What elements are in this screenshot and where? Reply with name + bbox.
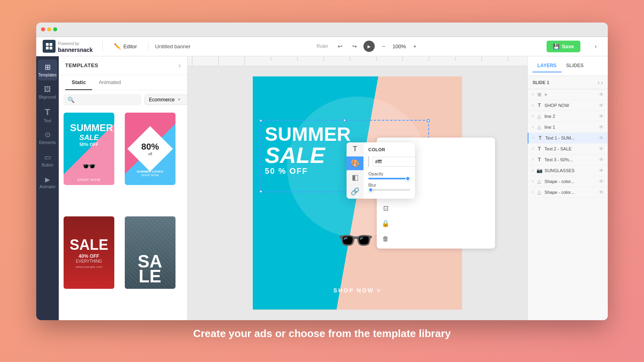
layer-item-9[interactable]: ≡ △ Shape - color... 👁 <box>528 176 608 187</box>
banner-text-summer[interactable]: SUMMER <box>265 125 351 144</box>
layer-eye-8[interactable]: 👁 <box>599 168 604 173</box>
layer-name-10: Shape - color... <box>545 190 597 195</box>
layers-list: ≡ ⊞ > 👁 ≡ T SHOP NOW 👁 ≡ △ line <box>528 89 608 320</box>
search-wrap[interactable]: 🔍 <box>64 94 141 105</box>
template-card-1[interactable]: SUMMER SALE 50% OFF 🕶️ SHOP NOW <box>64 113 114 185</box>
tab-layers[interactable]: LAYERS <box>533 60 561 72</box>
maximize-dot[interactable] <box>53 27 57 31</box>
delete-tool-button[interactable]: 🗑 <box>378 232 393 246</box>
slide-label: SLIDE 1 <box>533 80 549 85</box>
tab-static[interactable]: Static <box>65 75 92 90</box>
sidebar-item-elements[interactable]: ⊙ Elements <box>38 127 57 148</box>
slide-nav: ‹ › <box>598 79 603 86</box>
layer-eye-10[interactable]: 👁 <box>599 189 604 195</box>
layer-type-text-2: T <box>537 103 542 108</box>
opacity-slider[interactable] <box>368 178 410 179</box>
redo-button[interactable]: ↪ <box>349 41 360 52</box>
layer-eye-9[interactable]: 👁 <box>599 179 604 184</box>
layer-item-4[interactable]: ≡ △ line 1 👁 <box>528 122 608 133</box>
layer-item-3[interactable]: ≡ △ line 2 👁 <box>528 111 608 122</box>
layer-eye-3[interactable]: 👁 <box>599 113 604 119</box>
layer-type-text-5: T <box>537 135 543 141</box>
blur-thumb <box>368 187 373 192</box>
layer-item-7[interactable]: ≡ T Text 3 - 50%... 👁 <box>528 154 608 165</box>
sidebar-item-button[interactable]: ▭ Button <box>38 150 57 171</box>
slide-prev-button[interactable]: ‹ <box>598 79 600 86</box>
tab-slides[interactable]: SLIDES <box>561 60 588 72</box>
canvas-scroll[interactable]: SUMMER SALE 50 % OFF 🕶️ SHOP NOW > <box>188 66 527 320</box>
minimize-dot[interactable] <box>47 27 51 31</box>
banner-text-sale[interactable]: SALE <box>265 144 351 167</box>
layer-name-9: Shape - color... <box>545 179 597 184</box>
left-sidebar: ⊞ Templates 🖼 Bkground T Text ⊙ Elements… <box>36 56 59 320</box>
layer-eye-7[interactable]: 👁 <box>599 157 604 162</box>
blur-track <box>368 189 410 191</box>
template-card-2[interactable]: AVIACLOTHING 80% off SUMMER LOOKS SHOP N… <box>125 113 175 185</box>
drag-handle-9: ≡ <box>532 179 534 183</box>
template-1-shopnow: SHOP NOW <box>64 178 114 182</box>
sidebar-item-templates[interactable]: ⊞ Templates <box>38 60 57 80</box>
banner-text-pct[interactable]: 50 % OFF <box>265 167 351 176</box>
layer-eye-2[interactable]: 👁 <box>599 103 604 108</box>
search-input[interactable] <box>77 97 137 103</box>
zoom-out-button[interactable]: − <box>378 41 389 52</box>
layer-item-1[interactable]: ≡ ⊞ > 👁 <box>528 89 608 100</box>
svg-rect-1 <box>50 43 52 46</box>
sidebar-item-animator[interactable]: ▶ Animator <box>38 172 57 193</box>
frame-tool-button[interactable]: ⊡ <box>378 201 393 216</box>
browser-window: Powered by bannersnack ✏️ Editor Untitle… <box>36 23 608 320</box>
layer-type-shape-10: △ <box>537 189 542 195</box>
undo-button[interactable]: ↩ <box>334 41 346 52</box>
color-swatch[interactable] <box>368 156 369 167</box>
drag-handle-2: ≡ <box>532 103 534 107</box>
layer-eye-6[interactable]: 👁 <box>599 146 604 152</box>
layer-type-shape-3: △ <box>537 113 542 119</box>
color-hex-input[interactable] <box>372 157 415 167</box>
layer-type-text-6: T <box>537 146 542 152</box>
right-panel-header: LAYERS SLIDES <box>528 56 608 76</box>
layer-type-shape-4: △ <box>537 124 542 130</box>
expand-button[interactable]: › <box>590 41 601 52</box>
sidebar-item-text[interactable]: T Text <box>38 105 57 125</box>
text-format-tab[interactable]: T <box>347 142 363 156</box>
banner-shopnow[interactable]: SHOP NOW > <box>333 287 382 294</box>
sidebar-item-bkground[interactable]: 🖼 Bkground <box>38 82 57 103</box>
button-label: Button <box>42 163 54 167</box>
play-button[interactable]: ▶ <box>363 41 375 52</box>
close-dot[interactable] <box>41 27 45 31</box>
color-tab[interactable]: 🎨 <box>347 156 363 171</box>
svg-rect-3 <box>50 47 52 49</box>
bkground-icon: 🖼 <box>44 85 51 94</box>
sunglasses-element[interactable]: 🕶️ <box>338 223 374 257</box>
layer-item-8[interactable]: ≡ 📷 SUNGLASSES 👁 <box>528 165 608 176</box>
link-tab[interactable]: 🔗 <box>347 185 363 199</box>
layer-item-5[interactable]: ≡ T Text 1 - SUM... 👁 <box>528 133 608 144</box>
template-card-4[interactable]: SALE <box>125 216 175 289</box>
drag-handle-5: ≡ <box>533 136 535 140</box>
slide-next-button[interactable]: › <box>601 79 603 86</box>
editor-label: Editor <box>123 43 137 49</box>
layer-item-6[interactable]: ≡ T Text 2 - SALE 👁 <box>528 144 608 154</box>
blur-slider[interactable] <box>368 189 410 191</box>
editor-tab[interactable]: ✏️ Editor <box>109 41 142 52</box>
save-label: Save <box>562 43 574 49</box>
lock-tool-button[interactable]: 🔒 <box>378 216 393 231</box>
layer-item-10[interactable]: ≡ △ Shape - color... 👁 <box>528 187 608 198</box>
search-icon: 🔍 <box>68 97 74 103</box>
canvas-area: | | | | | | | | | | | | | | | | SUMM <box>188 56 527 320</box>
layer-eye-1[interactable]: 👁 <box>599 92 604 97</box>
layers-tab[interactable]: ◧ <box>347 171 363 185</box>
panel-collapse-button[interactable]: ‹ <box>179 62 181 69</box>
save-button[interactable]: 💾 Save <box>547 41 580 52</box>
ruler-marks: | | | | | | | | | | | | | | | | <box>192 56 523 65</box>
category-dropdown[interactable]: Ecommerce ▼ <box>144 95 188 105</box>
layer-eye-4[interactable]: 👁 <box>599 124 604 130</box>
layer-eye-5[interactable]: 👁 <box>599 135 604 141</box>
zoom-in-button[interactable]: + <box>409 41 421 52</box>
layer-item-2[interactable]: ≡ T SHOP NOW 👁 <box>528 100 608 111</box>
animator-icon: ▶ <box>45 176 50 183</box>
drag-handle-6: ≡ <box>532 146 534 151</box>
panel-title: TEMPLATES <box>65 62 98 68</box>
tab-animated[interactable]: Animated <box>92 75 127 90</box>
template-card-3[interactable]: SALE 40% OFF EVERYTHING www.example.com <box>64 216 114 289</box>
